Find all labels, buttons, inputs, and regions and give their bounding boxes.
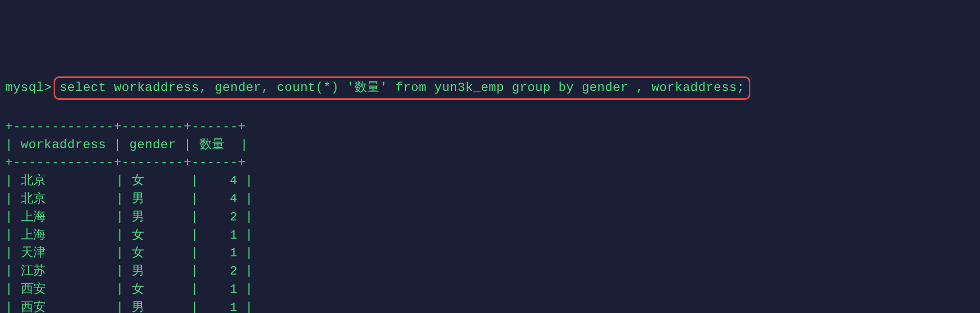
cell-gender: 女 — [132, 174, 145, 188]
cell-workaddress: 江苏 — [21, 264, 46, 278]
table-row: | 上海 | 女 | 1 | — [5, 228, 253, 242]
cell-workaddress: 西安 — [21, 282, 46, 296]
cell-workaddress: 北京 — [21, 174, 46, 188]
cell-workaddress: 上海 — [21, 228, 46, 242]
prompt-line: mysql> select workaddress, gender, count… — [5, 76, 975, 100]
cell-count: 1 — [230, 301, 237, 313]
table-row: | 北京 | 女 | 4 | — [5, 174, 253, 188]
cell-count: 4 — [230, 174, 237, 188]
cell-count: 1 — [230, 228, 237, 242]
table-row: | 北京 | 男 | 4 | — [5, 192, 253, 206]
sql-query-highlight: select workaddress, gender, count(*) '数量… — [54, 76, 750, 100]
cell-workaddress: 西安 — [21, 301, 46, 313]
cell-gender: 男 — [132, 301, 145, 313]
cell-count: 1 — [230, 282, 237, 296]
col-header-count: 数量 — [199, 138, 225, 152]
cell-gender: 男 — [132, 192, 145, 206]
col-header-workaddress: workaddress — [21, 138, 106, 152]
cell-gender: 男 — [132, 210, 145, 224]
table-header-row: | workaddress | gender | 数量 | — [5, 138, 248, 152]
cell-workaddress: 天津 — [21, 246, 46, 260]
cell-gender: 女 — [132, 246, 145, 260]
cell-gender: 女 — [132, 282, 145, 296]
table-row: | 江苏 | 男 | 2 | — [5, 264, 253, 278]
table-row: | 西安 | 女 | 1 | — [5, 282, 253, 296]
cell-workaddress: 北京 — [21, 192, 46, 206]
query-result-table: +-------------+--------+------+ | workad… — [5, 118, 975, 313]
cell-count: 1 — [230, 246, 237, 260]
cell-count: 4 — [230, 192, 237, 206]
table-top-divider: +-------------+--------+------+ — [5, 120, 246, 134]
table-row: | 天津 | 女 | 1 | — [5, 246, 253, 260]
table-row: | 西安 | 男 | 1 | — [5, 301, 253, 313]
cell-gender: 男 — [132, 264, 145, 278]
cell-gender: 女 — [132, 228, 145, 242]
mysql-prompt: mysql> — [5, 79, 52, 97]
table-row: | 上海 | 男 | 2 | — [5, 210, 253, 224]
cell-count: 2 — [230, 264, 237, 278]
cell-count: 2 — [230, 210, 237, 224]
col-header-gender: gender — [129, 138, 175, 152]
cell-workaddress: 上海 — [21, 210, 46, 224]
table-header-divider: +-------------+--------+------+ — [5, 155, 246, 169]
